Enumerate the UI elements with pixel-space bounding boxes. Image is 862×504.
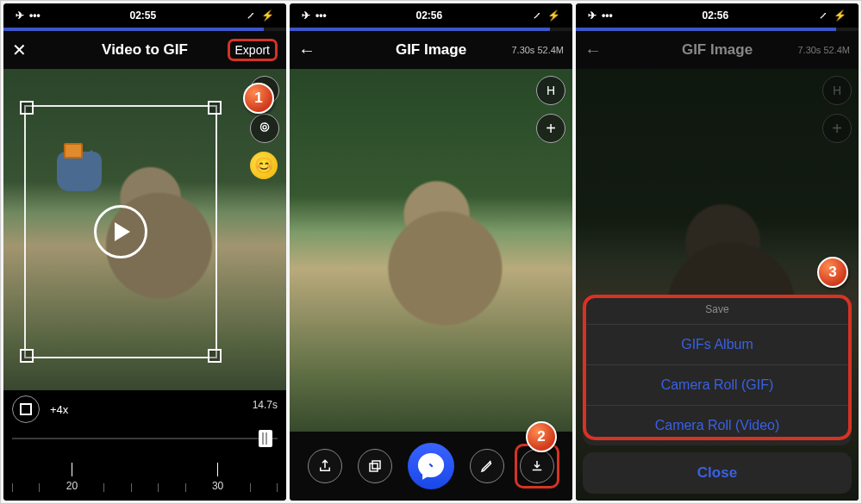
speed-label[interactable]: +4x — [47, 401, 72, 419]
action-sheet: Save GIFs Album Camera Roll (GIF) Camera… — [583, 295, 852, 494]
nav-bar: ✕ Video to GIF Export — [3, 31, 286, 69]
close-button[interactable]: Close — [583, 452, 852, 494]
status-bar: ✈••• 02:55 ⟋⚡ — [3, 3, 286, 28]
battery-icon: ⚡ — [834, 9, 846, 22]
screen-2-gif-image: ✈••• 02:56 ⟋⚡ ← GIF Image 7.30s 52.4M H … — [290, 3, 572, 501]
editor-canvas[interactable]: T+ 😊 — [3, 69, 286, 390]
battery-icon: ⚡ — [261, 9, 274, 22]
preview-canvas: H + Save GIFs Album Camera Roll (GIF) Ca… — [576, 69, 859, 501]
back-button[interactable]: ← — [298, 40, 315, 60]
back-button[interactable]: ← — [584, 40, 602, 60]
nav-bar: ← GIF Image 7.30s 52.4M — [576, 31, 859, 69]
share-button[interactable] — [308, 449, 342, 483]
play-button[interactable] — [94, 205, 147, 258]
add-button[interactable]: + — [536, 114, 565, 143]
gif-info-label: 7.30s 52.4M — [797, 45, 850, 55]
screen-1-video-to-gif: ✈••• 02:55 ⟋⚡ ✕ Video to GIF Export T+ 😊… — [3, 3, 286, 501]
airplane-icon: ✈ — [588, 9, 597, 22]
preview-canvas[interactable]: H + — [290, 69, 572, 432]
callout-2: 2 — [526, 421, 557, 452]
aspect-button[interactable] — [12, 395, 40, 423]
battery-icon: ⚡ — [547, 9, 560, 22]
close-button[interactable]: ✕ — [12, 40, 27, 60]
airplane-icon: ✈ — [302, 9, 310, 22]
duration-label: 14.7s — [253, 399, 278, 411]
ruler: 20 30 — [12, 457, 278, 492]
emoji-tool-button[interactable]: 😊 — [250, 152, 278, 179]
quality-button[interactable]: H — [536, 76, 565, 105]
svg-point-0 — [263, 126, 266, 129]
gif-info-label: 7.30s 52.4M — [511, 45, 564, 55]
clock: 02:56 — [702, 9, 728, 22]
messenger-button[interactable] — [408, 443, 454, 489]
gift-sticker[interactable] — [64, 143, 83, 159]
clock: 02:56 — [415, 9, 442, 22]
svg-rect-2 — [372, 461, 380, 469]
svg-rect-1 — [370, 464, 378, 471]
status-bar: ✈••• 02:56 ⟋⚡ — [576, 3, 859, 28]
sticker-tool-button[interactable] — [250, 114, 279, 143]
frames-button[interactable] — [358, 449, 392, 483]
clock: 02:55 — [129, 9, 156, 22]
callout-1: 1 — [243, 83, 274, 114]
trim-slider[interactable] — [12, 430, 278, 447]
crop-frame[interactable] — [24, 105, 217, 358]
status-bar: ✈••• 02:56 ⟋⚡ — [290, 3, 572, 28]
export-button[interactable]: Export — [228, 39, 278, 61]
nav-bar: ← GIF Image 7.30s 52.4M — [290, 31, 572, 69]
callout-3: 3 — [817, 257, 848, 288]
airplane-icon: ✈ — [16, 9, 24, 22]
timeline-panel: +4x 14.7s 20 30 — [3, 390, 286, 501]
edit-button[interactable] — [470, 449, 504, 483]
slider-thumb[interactable] — [259, 430, 272, 447]
screen-3-save-sheet: ✈••• 02:56 ⟋⚡ ← GIF Image 7.30s 52.4M H … — [576, 3, 859, 501]
